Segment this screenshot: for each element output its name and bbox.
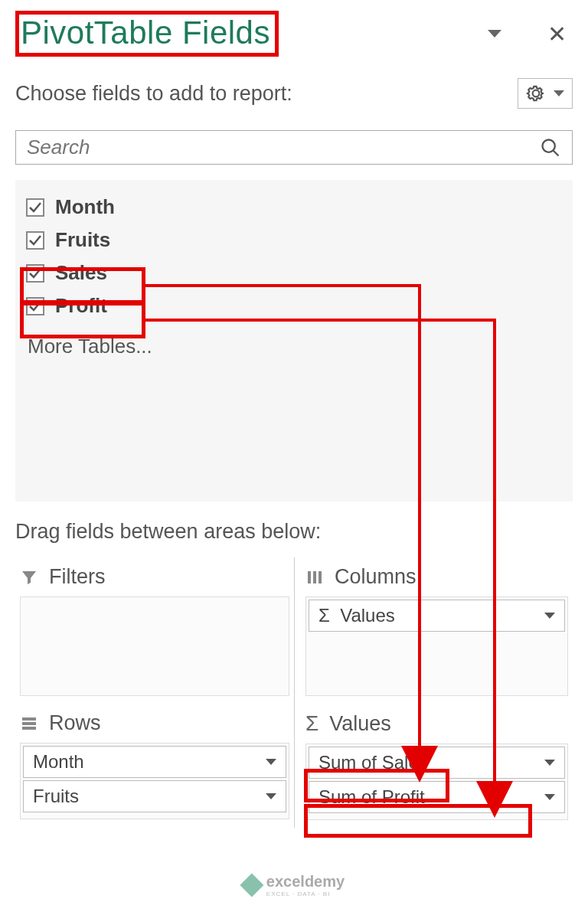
more-tables-link[interactable]: More Tables... — [20, 322, 568, 358]
watermark-logo-icon — [240, 873, 263, 897]
field-label: Profit — [55, 294, 107, 318]
checkbox-icon[interactable] — [26, 297, 44, 315]
field-label: Month — [55, 195, 115, 219]
svg-rect-4 — [318, 571, 322, 583]
rows-drop-zone[interactable]: Month Fruits — [20, 743, 289, 819]
columns-drop-zone[interactable]: Σ Values — [305, 596, 568, 696]
field-list: Month Fruits Sales Profit More Tables... — [15, 180, 573, 502]
field-item-profit[interactable]: Profit — [20, 289, 568, 322]
watermark: exceldemy EXCEL · DATA · BI — [243, 873, 345, 897]
field-item-fruits[interactable]: Fruits — [20, 224, 568, 257]
search-icon — [540, 137, 561, 159]
checkbox-icon[interactable] — [26, 264, 44, 283]
rows-item-fruits[interactable]: Fruits — [23, 780, 286, 812]
filters-area[interactable]: Filters — [15, 557, 294, 704]
chevron-down-icon[interactable] — [544, 794, 555, 800]
svg-line-1 — [554, 150, 559, 155]
field-label: Sales — [55, 261, 107, 285]
panel-title: PivotTable Fields — [21, 15, 270, 51]
drop-item-label: Sum of Profit — [318, 786, 425, 808]
field-item-sales[interactable]: Sales — [20, 257, 568, 289]
sigma-icon: Σ — [318, 605, 330, 626]
tools-button[interactable] — [518, 78, 573, 109]
area-title: Columns — [335, 565, 416, 589]
columns-icon — [305, 568, 324, 587]
chevron-down-icon[interactable] — [544, 613, 555, 619]
search-input[interactable] — [27, 136, 508, 159]
values-item-sum-sales[interactable]: Sum of Sales — [309, 747, 565, 779]
rows-item-month[interactable]: Month — [23, 746, 286, 778]
values-item-sum-profit[interactable]: Sum of Profit — [309, 781, 565, 813]
drop-item-label: Values — [340, 605, 395, 626]
drop-item-label: Sum of Sales — [318, 752, 428, 773]
choose-fields-label: Choose fields to add to report: — [15, 82, 292, 106]
drop-item-label: Fruits — [33, 786, 79, 807]
filter-icon — [20, 568, 38, 587]
area-title: Rows — [49, 711, 101, 735]
svg-rect-6 — [22, 722, 36, 725]
chevron-down-icon[interactable] — [266, 793, 276, 799]
gear-icon — [526, 83, 546, 103]
area-title: Values — [329, 712, 391, 736]
watermark-text: exceldemy — [266, 873, 345, 891]
area-title: Filters — [49, 565, 106, 589]
close-icon[interactable]: ✕ — [547, 21, 567, 47]
values-area[interactable]: Σ Values Sum of Sales Sum of Profit — [294, 704, 573, 828]
columns-item-values[interactable]: Σ Values — [309, 600, 565, 632]
chevron-down-icon — [554, 90, 564, 96]
svg-rect-5 — [22, 717, 36, 721]
drag-instruction-label: Drag fields between areas below: — [15, 520, 573, 544]
chevron-down-icon[interactable] — [544, 760, 555, 766]
chevron-down-icon[interactable] — [266, 759, 276, 765]
values-drop-zone[interactable]: Sum of Sales Sum of Profit — [305, 743, 568, 820]
field-item-month[interactable]: Month — [20, 191, 568, 224]
svg-rect-3 — [313, 571, 316, 583]
search-input-container[interactable] — [15, 130, 573, 165]
rows-icon — [20, 714, 38, 733]
panel-options-dropdown-icon[interactable] — [488, 30, 501, 38]
filters-drop-zone[interactable] — [20, 596, 289, 696]
watermark-subtext: EXCEL · DATA · BI — [266, 891, 345, 897]
drop-item-label: Month — [33, 751, 84, 773]
field-label: Fruits — [55, 228, 110, 252]
svg-rect-2 — [308, 571, 311, 583]
sigma-icon: Σ — [305, 711, 318, 736]
columns-area[interactable]: Columns Σ Values — [294, 557, 573, 704]
checkbox-icon[interactable] — [26, 198, 44, 217]
svg-point-0 — [543, 139, 555, 152]
svg-rect-7 — [22, 727, 36, 730]
checkbox-icon[interactable] — [26, 231, 44, 250]
rows-area[interactable]: Rows Month Fruits — [15, 704, 294, 828]
